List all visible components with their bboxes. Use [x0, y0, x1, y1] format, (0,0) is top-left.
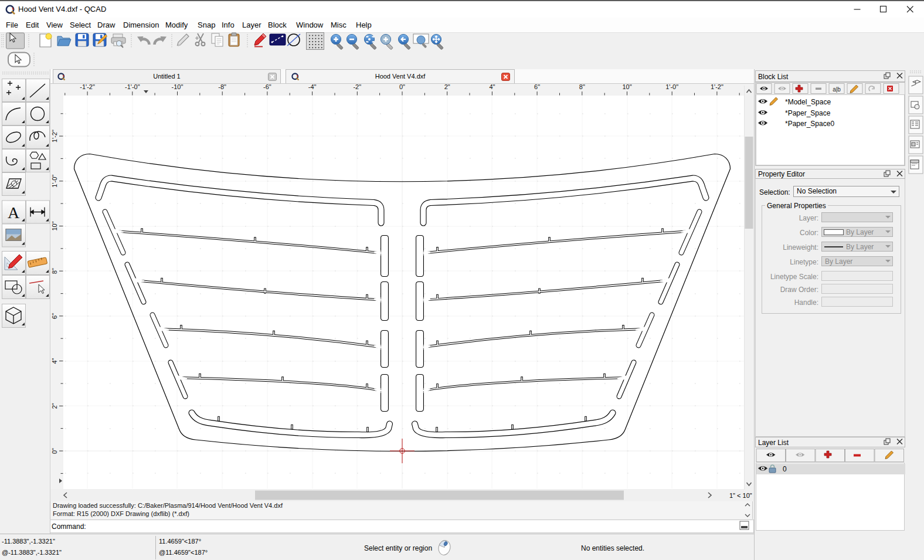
svg-text:6": 6"	[534, 84, 540, 90]
svg-text:a|b: a|b	[833, 86, 841, 93]
svg-text:6": 6"	[52, 313, 58, 319]
svg-text:1'-2": 1'-2"	[52, 130, 58, 142]
svg-text:-10": -10"	[172, 84, 184, 90]
svg-text:A: A	[8, 203, 20, 222]
svg-text:4": 4"	[52, 358, 58, 364]
svg-text:4": 4"	[489, 84, 495, 90]
svg-text:1'-0": 1'-0"	[665, 84, 678, 90]
svg-text:1'-2": 1'-2"	[711, 84, 723, 90]
svg-text:0": 0"	[52, 448, 58, 454]
svg-text:2": 2"	[444, 84, 450, 90]
svg-text:2": 2"	[52, 403, 58, 409]
svg-text:-4": -4"	[308, 84, 317, 90]
svg-text:-2": -2"	[353, 84, 361, 90]
svg-text:8": 8"	[579, 84, 585, 90]
svg-text:-1'-0": -1'-0"	[125, 84, 140, 90]
svg-text:1'-0": 1'-0"	[52, 175, 58, 188]
svg-text:-8": -8"	[218, 84, 226, 90]
svg-text:8": 8"	[52, 268, 58, 274]
svg-text:-6": -6"	[263, 84, 271, 90]
svg-text:1" < 10": 1" < 10"	[729, 492, 752, 499]
svg-text:10": 10"	[622, 84, 631, 90]
svg-text:-1'-2": -1'-2"	[80, 84, 95, 90]
svg-text:10": 10"	[52, 221, 58, 230]
svg-text:0": 0"	[399, 84, 405, 90]
